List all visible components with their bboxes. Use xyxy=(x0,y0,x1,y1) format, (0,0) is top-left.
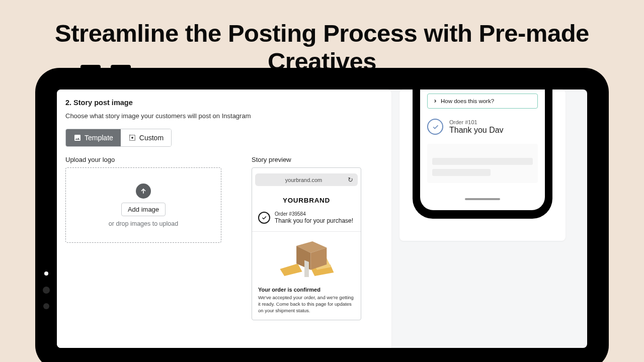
phone-mock: How does this work? Order #101 Thank you… xyxy=(413,89,552,219)
package-illustration xyxy=(252,231,361,282)
phone-thank-you: Thank you Dav xyxy=(449,126,504,135)
chevron-right-icon xyxy=(433,99,438,104)
logo-dropzone[interactable]: Add image or drop images to upload xyxy=(65,167,221,243)
check-icon xyxy=(427,119,443,135)
tablet-frame: 2. Story post image Choose what story im… xyxy=(35,68,609,362)
preview-thank-you: Thank you for your purchase! xyxy=(275,217,353,224)
side-panel: How does this work? Order #101 Thank you… xyxy=(399,89,566,348)
add-image-button[interactable]: Add image xyxy=(121,203,166,216)
checkmark-icon xyxy=(258,212,270,224)
preview-url-bar: yourbrand.com ↻ xyxy=(255,173,358,186)
home-indicator xyxy=(465,198,500,200)
phone-order-number: Order #101 xyxy=(449,119,504,125)
preview-domain: yourbrand.com xyxy=(260,177,348,183)
template-toggle-button[interactable]: Template xyxy=(66,129,121,146)
confirm-paragraph: We've accepted your order, and we're get… xyxy=(258,295,355,314)
template-toggle-label: Template xyxy=(85,134,113,142)
page-headline: Streamline the Posting Process with Pre-… xyxy=(0,0,644,75)
upload-label: Upload your logo xyxy=(65,156,221,163)
custom-toggle-button[interactable]: Custom xyxy=(121,129,171,146)
confirm-heading: Your order is confirmed xyxy=(258,287,355,293)
svg-rect-7 xyxy=(304,260,309,277)
image-source-toggle: Template Custom xyxy=(65,129,172,147)
story-preview-card: yourbrand.com ↻ YOURBRAND Order # xyxy=(252,167,361,320)
preview-brand: YOURBRAND xyxy=(252,189,361,209)
custom-toggle-label: Custom xyxy=(139,134,164,142)
how-does-this-work-card[interactable]: How does this work? xyxy=(427,94,538,109)
skeleton-line xyxy=(432,158,533,165)
section-title: 2. Story post image xyxy=(65,99,383,107)
section-subtitle: Choose what story image your customers w… xyxy=(65,112,383,120)
skeleton-line xyxy=(432,169,491,176)
refresh-icon: ↻ xyxy=(348,176,353,184)
svg-rect-8 xyxy=(313,237,325,240)
preview-label: Story preview xyxy=(252,156,361,163)
custom-icon xyxy=(128,134,136,142)
upload-icon xyxy=(136,184,151,199)
image-icon xyxy=(73,134,82,142)
drop-hint: or drop images to upload xyxy=(109,220,178,227)
preview-order-number: Order #39584 xyxy=(275,211,353,217)
how-label: How does this work? xyxy=(441,98,494,104)
story-post-image-panel: 2. Story post image Choose what story im… xyxy=(57,89,391,348)
svg-marker-1 xyxy=(280,263,302,276)
